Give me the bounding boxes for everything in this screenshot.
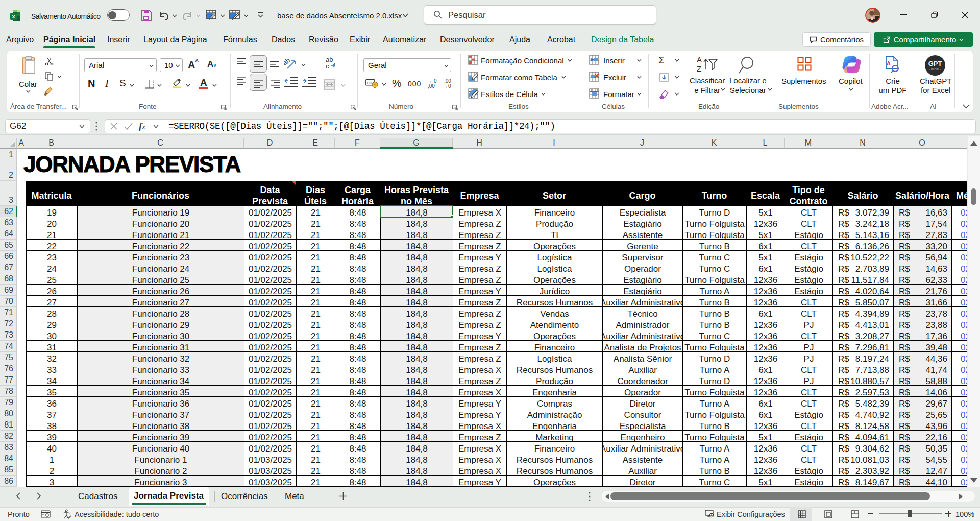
svg-text:- EXCEL -: - EXCEL - bbox=[929, 68, 941, 71]
svg-text:GPT: GPT bbox=[928, 60, 942, 67]
svg-text:Z: Z bbox=[697, 64, 701, 73]
svg-text:A: A bbox=[887, 60, 891, 66]
svg-text:A: A bbox=[697, 55, 702, 64]
svg-text:cc: cc bbox=[367, 80, 372, 85]
svg-text:c: c bbox=[326, 62, 329, 70]
svg-text:→0: →0 bbox=[443, 83, 451, 89]
svg-text:,00: ,00 bbox=[428, 83, 435, 89]
svg-text:x: x bbox=[12, 13, 15, 19]
